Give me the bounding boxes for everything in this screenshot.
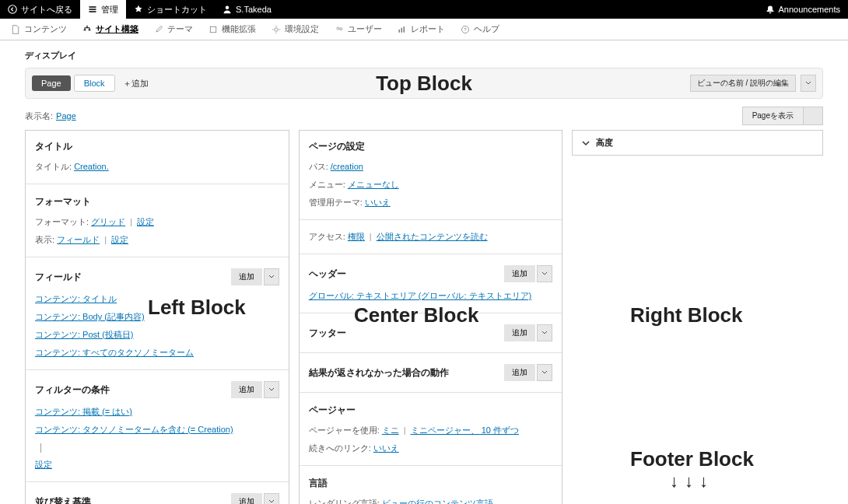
tab-block[interactable]: Block (74, 75, 115, 92)
nav-config[interactable]: 環境設定 (264, 19, 327, 40)
header-area-link[interactable]: グローバル: テキストエリア (グローバル: テキストエリア) (309, 290, 553, 302)
gear-icon (272, 25, 281, 34)
chevron-down-icon (541, 330, 548, 336)
nav-users[interactable]: ユーザー (327, 19, 390, 40)
sort-add-dropdown[interactable] (264, 493, 279, 504)
chevron-down-icon (268, 387, 275, 393)
field-link[interactable]: コンテンツ: Post (投稿日) (35, 329, 279, 341)
field-link[interactable]: コンテンツ: すべてのタクソノミーターム (35, 347, 279, 359)
puzzle-icon (208, 25, 218, 34)
add-display[interactable]: ＋追加 (123, 78, 149, 89)
display-name-label: 表示名: (25, 110, 53, 122)
announcements-label: Announcements (779, 5, 841, 14)
field-link[interactable]: コンテンツ: タイトル (35, 293, 279, 305)
user-icon (223, 5, 232, 14)
svg-point-5 (340, 27, 342, 30)
sort-heading: 並び替え基準 (35, 495, 91, 505)
access-link[interactable]: 権限 (348, 232, 365, 241)
structure-icon (82, 25, 92, 34)
bell-icon (766, 5, 775, 14)
pager-link[interactable]: ミニ (382, 425, 399, 435)
svg-text:?: ? (464, 27, 467, 32)
show-page-select[interactable]: Pageを表示 (742, 107, 823, 125)
path-link[interactable]: /creation (331, 162, 363, 171)
more-link[interactable]: いいえ (373, 443, 399, 453)
nav-help[interactable]: ?ヘルプ (453, 19, 507, 40)
svg-point-0 (9, 5, 17, 14)
nav-structure[interactable]: サイト構築 (75, 19, 146, 40)
chevron-down-icon (582, 139, 590, 147)
format-link[interactable]: グリッド (91, 217, 125, 226)
filter-add-button[interactable]: 追加 (231, 381, 262, 398)
svg-rect-2 (210, 26, 216, 33)
manage-label: 管理 (101, 4, 118, 16)
shortcuts-label: ショートカット (147, 4, 207, 16)
chevron-down-icon (541, 271, 548, 277)
noresult-add-dropdown[interactable] (537, 364, 552, 381)
filter-link[interactable]: コンテンツ: タクソノミータームを含む (= Creation) (35, 424, 279, 436)
fields-heading: フィールド (35, 271, 82, 284)
format-heading: フォーマット (35, 195, 279, 208)
edit-view-name-button[interactable]: ビューの名前 / 説明の編集 (690, 75, 796, 92)
nav-reports[interactable]: レポート (390, 19, 453, 40)
page-settings-heading: ページの設定 (309, 140, 553, 153)
nav-content[interactable]: コンテンツ (3, 19, 75, 40)
chevron-down-icon (541, 369, 548, 376)
tab-page[interactable]: Page (32, 75, 71, 91)
format-settings-link[interactable]: 設定 (137, 217, 154, 226)
title-link[interactable]: Creation. (74, 162, 109, 171)
title-heading: タイトル (35, 140, 279, 153)
admin-toolbar: サイトへ戻る 管理 ショートカット S.Takeda Announcements (0, 0, 848, 19)
header-add-button[interactable]: 追加 (504, 265, 535, 282)
advanced-toggle[interactable]: 高度 (572, 130, 823, 156)
svg-point-1 (226, 6, 230, 10)
nav-theme[interactable]: テーマ (146, 19, 201, 40)
filter-link[interactable]: コンテンツ: 掲載 (= はい) (35, 406, 279, 418)
edit-view-name-dropdown[interactable] (801, 75, 816, 92)
chart-icon (398, 25, 407, 34)
pager-detail-link[interactable]: ミニページャー、 10 件ずつ (411, 425, 519, 435)
sort-add-button[interactable]: 追加 (231, 493, 262, 504)
brush-icon (154, 25, 163, 34)
display-name-link[interactable]: Page (56, 111, 76, 121)
help-icon: ? (461, 25, 470, 34)
svg-point-4 (337, 27, 339, 30)
center-panel: ページの設定 パス: /creation メニュー: メニューなし 管理用テーマ… (299, 130, 563, 504)
nav-extend[interactable]: 機能拡張 (201, 19, 264, 40)
manage-tab[interactable]: 管理 (80, 0, 126, 19)
fields-add-dropdown[interactable] (264, 268, 279, 285)
user-label: S.Takeda (236, 5, 272, 14)
shortcuts-tab[interactable]: ショートカット (126, 0, 215, 19)
header-add-dropdown[interactable] (537, 265, 552, 282)
lang-heading: 言語 (309, 477, 553, 490)
lang-link[interactable]: ビューの行のコンテンツ言語 (382, 499, 493, 504)
star-icon (134, 5, 143, 14)
user-tab[interactable]: S.Takeda (215, 0, 279, 19)
access-detail-link[interactable]: 公開されたコンテンツを読む (377, 232, 488, 241)
page-section-label: ディスプレイ (25, 50, 823, 61)
footer-add-button[interactable]: 追加 (504, 324, 535, 341)
users-icon (335, 25, 344, 34)
pager-heading: ページャー (309, 404, 553, 417)
chevron-down-icon (268, 499, 275, 504)
chevron-down-icon (805, 80, 811, 86)
filter-settings-link[interactable]: 設定 (35, 459, 279, 471)
footer-heading: フッター (309, 327, 346, 340)
back-to-site[interactable]: サイトへ戻る (0, 0, 80, 19)
show-settings-link[interactable]: 設定 (111, 235, 128, 244)
field-link[interactable]: コンテンツ: Body (記事内容) (35, 311, 279, 323)
footer-add-dropdown[interactable] (537, 324, 552, 341)
menu-link[interactable]: メニューなし (348, 180, 399, 189)
admin-theme-link[interactable]: いいえ (365, 198, 391, 207)
chevron-down-icon (268, 274, 275, 280)
back-icon (8, 5, 17, 14)
back-label: サイトへ戻る (21, 4, 72, 16)
svg-point-3 (275, 27, 279, 31)
doc-icon (11, 25, 20, 34)
filter-heading: フィルターの条件 (35, 383, 110, 397)
filter-add-dropdown[interactable] (264, 381, 279, 398)
noresult-add-button[interactable]: 追加 (504, 364, 535, 381)
fields-add-button[interactable]: 追加 (231, 268, 262, 285)
announcements[interactable]: Announcements (758, 0, 849, 19)
show-link[interactable]: フィールド (57, 235, 100, 244)
